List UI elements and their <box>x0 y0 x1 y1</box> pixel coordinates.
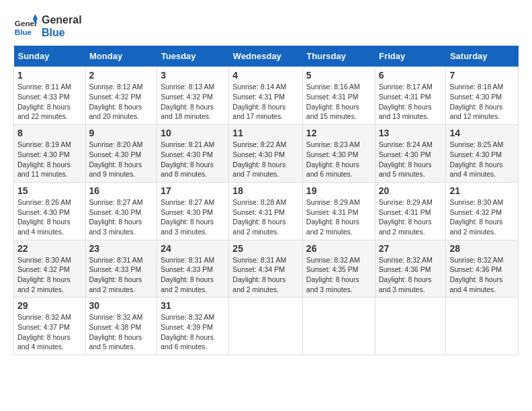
calendar-cell: 26 Sunrise: 8:32 AMSunset: 4:35 PMDaylig… <box>302 240 375 298</box>
day-info: Sunrise: 8:14 AMSunset: 4:31 PMDaylight:… <box>232 82 299 122</box>
calendar-row: 15 Sunrise: 8:26 AMSunset: 4:30 PMDaylig… <box>14 182 519 240</box>
calendar-cell: 24 Sunrise: 8:31 AMSunset: 4:33 PMDaylig… <box>157 240 229 298</box>
calendar-cell: 7 Sunrise: 8:18 AMSunset: 4:30 PMDayligh… <box>446 67 519 125</box>
day-info: Sunrise: 8:24 AMSunset: 4:30 PMDaylight:… <box>379 140 443 179</box>
calendar-cell: 30 Sunrise: 8:32 AMSunset: 4:38 PMDaylig… <box>85 298 157 355</box>
day-number: 8 <box>17 128 82 138</box>
day-number: 3 <box>161 70 225 81</box>
calendar-cell: 10 Sunrise: 8:21 AMSunset: 4:30 PMDaylig… <box>157 125 229 183</box>
day-info: Sunrise: 8:32 AMSunset: 4:35 PMDaylight:… <box>306 255 371 295</box>
col-header-thursday: Thursday <box>302 46 375 67</box>
col-header-tuesday: Tuesday <box>157 46 229 67</box>
svg-marker-2 <box>33 14 38 19</box>
calendar-cell <box>302 298 375 355</box>
calendar-cell: 6 Sunrise: 8:17 AMSunset: 4:31 PMDayligh… <box>375 67 446 125</box>
day-number: 9 <box>89 128 154 138</box>
calendar-cell: 28 Sunrise: 8:32 AMSunset: 4:36 PMDaylig… <box>446 240 519 298</box>
col-header-friday: Friday <box>375 46 446 67</box>
calendar-cell: 29 Sunrise: 8:32 AMSunset: 4:37 PMDaylig… <box>14 298 86 355</box>
logo-general: General <box>42 13 82 26</box>
calendar-cell: 27 Sunrise: 8:32 AMSunset: 4:36 PMDaylig… <box>375 240 446 298</box>
day-info: Sunrise: 8:27 AMSunset: 4:30 PMDaylight:… <box>161 197 225 237</box>
calendar-cell: 1 Sunrise: 8:11 AMSunset: 4:33 PMDayligh… <box>14 67 86 125</box>
day-info: Sunrise: 8:30 AMSunset: 4:32 PMDaylight:… <box>449 197 515 237</box>
day-info: Sunrise: 8:32 AMSunset: 4:38 PMDaylight:… <box>89 312 154 352</box>
day-number: 27 <box>379 243 443 254</box>
day-number: 5 <box>306 70 371 81</box>
logo: General Blue General Blue <box>13 13 82 39</box>
day-number: 6 <box>379 70 443 81</box>
calendar-cell <box>375 298 446 355</box>
calendar-cell: 11 Sunrise: 8:22 AMSunset: 4:30 PMDaylig… <box>229 125 303 183</box>
day-number: 7 <box>449 70 515 81</box>
calendar-cell: 9 Sunrise: 8:20 AMSunset: 4:30 PMDayligh… <box>85 125 157 183</box>
col-header-sunday: Sunday <box>14 46 86 67</box>
logo-blue: Blue <box>42 26 82 39</box>
day-number: 22 <box>17 243 82 254</box>
day-info: Sunrise: 8:29 AMSunset: 4:31 PMDaylight:… <box>306 197 371 237</box>
day-number: 19 <box>306 185 371 196</box>
calendar-cell: 2 Sunrise: 8:12 AMSunset: 4:32 PMDayligh… <box>85 67 157 125</box>
calendar-cell: 22 Sunrise: 8:30 AMSunset: 4:32 PMDaylig… <box>14 240 86 298</box>
day-number: 29 <box>17 300 82 311</box>
day-info: Sunrise: 8:17 AMSunset: 4:31 PMDaylight:… <box>379 82 443 122</box>
day-number: 20 <box>379 185 443 196</box>
day-info: Sunrise: 8:18 AMSunset: 4:30 PMDaylight:… <box>449 82 515 122</box>
day-number: 13 <box>379 128 443 138</box>
calendar-row: 8 Sunrise: 8:19 AMSunset: 4:30 PMDayligh… <box>14 125 519 183</box>
calendar-cell: 31 Sunrise: 8:32 AMSunset: 4:39 PMDaylig… <box>157 298 229 355</box>
calendar-row: 22 Sunrise: 8:30 AMSunset: 4:32 PMDaylig… <box>14 240 519 298</box>
day-number: 31 <box>161 300 225 311</box>
day-info: Sunrise: 8:31 AMSunset: 4:34 PMDaylight:… <box>232 255 299 295</box>
calendar-cell: 12 Sunrise: 8:23 AMSunset: 4:30 PMDaylig… <box>302 125 375 183</box>
header-row: SundayMondayTuesdayWednesdayThursdayFrid… <box>14 46 519 67</box>
calendar-row: 1 Sunrise: 8:11 AMSunset: 4:33 PMDayligh… <box>14 67 519 125</box>
day-info: Sunrise: 8:26 AMSunset: 4:30 PMDaylight:… <box>17 197 82 237</box>
day-info: Sunrise: 8:30 AMSunset: 4:32 PMDaylight:… <box>17 255 82 295</box>
calendar-cell: 13 Sunrise: 8:24 AMSunset: 4:30 PMDaylig… <box>375 125 446 183</box>
day-number: 26 <box>306 243 371 254</box>
calendar-table: SundayMondayTuesdayWednesdayThursdayFrid… <box>13 46 519 355</box>
logo-icon: General Blue <box>13 14 38 38</box>
day-number: 4 <box>232 70 299 81</box>
day-number: 24 <box>161 243 225 254</box>
day-info: Sunrise: 8:31 AMSunset: 4:33 PMDaylight:… <box>161 255 225 295</box>
calendar-cell: 21 Sunrise: 8:30 AMSunset: 4:32 PMDaylig… <box>446 182 519 240</box>
day-info: Sunrise: 8:16 AMSunset: 4:31 PMDaylight:… <box>306 82 371 122</box>
calendar-row: 29 Sunrise: 8:32 AMSunset: 4:37 PMDaylig… <box>14 298 519 355</box>
day-info: Sunrise: 8:27 AMSunset: 4:30 PMDaylight:… <box>89 197 154 237</box>
day-number: 21 <box>449 185 515 196</box>
calendar-cell: 14 Sunrise: 8:25 AMSunset: 4:30 PMDaylig… <box>446 125 519 183</box>
col-header-monday: Monday <box>85 46 157 67</box>
day-info: Sunrise: 8:19 AMSunset: 4:30 PMDaylight:… <box>17 140 82 179</box>
day-number: 15 <box>17 185 82 196</box>
calendar-cell <box>229 298 303 355</box>
day-info: Sunrise: 8:32 AMSunset: 4:39 PMDaylight:… <box>161 312 225 352</box>
day-info: Sunrise: 8:28 AMSunset: 4:31 PMDaylight:… <box>232 197 299 237</box>
calendar-cell: 4 Sunrise: 8:14 AMSunset: 4:31 PMDayligh… <box>229 67 303 125</box>
day-number: 11 <box>232 128 299 138</box>
calendar-cell: 15 Sunrise: 8:26 AMSunset: 4:30 PMDaylig… <box>14 182 86 240</box>
day-number: 30 <box>89 300 154 311</box>
day-number: 16 <box>89 185 154 196</box>
day-number: 18 <box>232 185 299 196</box>
day-number: 1 <box>17 70 82 81</box>
day-info: Sunrise: 8:13 AMSunset: 4:32 PMDaylight:… <box>161 82 225 122</box>
day-number: 23 <box>89 243 154 254</box>
day-number: 2 <box>89 70 154 81</box>
day-info: Sunrise: 8:32 AMSunset: 4:36 PMDaylight:… <box>379 255 443 295</box>
calendar-cell: 19 Sunrise: 8:29 AMSunset: 4:31 PMDaylig… <box>302 182 375 240</box>
day-info: Sunrise: 8:11 AMSunset: 4:33 PMDaylight:… <box>17 82 82 122</box>
calendar-cell: 23 Sunrise: 8:31 AMSunset: 4:33 PMDaylig… <box>85 240 157 298</box>
calendar-cell: 8 Sunrise: 8:19 AMSunset: 4:30 PMDayligh… <box>14 125 86 183</box>
day-info: Sunrise: 8:32 AMSunset: 4:37 PMDaylight:… <box>17 312 82 352</box>
col-header-wednesday: Wednesday <box>229 46 303 67</box>
day-number: 10 <box>161 128 225 138</box>
calendar-cell: 25 Sunrise: 8:31 AMSunset: 4:34 PMDaylig… <box>229 240 303 298</box>
day-info: Sunrise: 8:32 AMSunset: 4:36 PMDaylight:… <box>449 255 515 295</box>
day-info: Sunrise: 8:29 AMSunset: 4:31 PMDaylight:… <box>379 197 443 237</box>
day-info: Sunrise: 8:12 AMSunset: 4:32 PMDaylight:… <box>89 82 154 122</box>
day-number: 28 <box>449 243 515 254</box>
day-info: Sunrise: 8:20 AMSunset: 4:30 PMDaylight:… <box>89 140 154 179</box>
page-header: General Blue General Blue <box>13 13 519 39</box>
